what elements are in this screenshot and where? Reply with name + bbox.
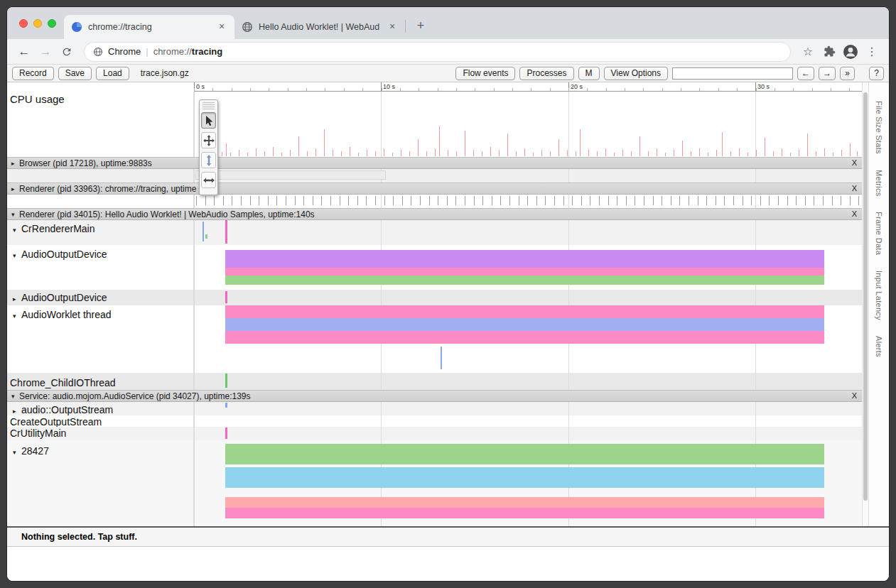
audio-service-slice[interactable] (225, 444, 824, 464)
trace-slice[interactable] (203, 222, 204, 241)
new-tab-button[interactable]: + (411, 17, 430, 36)
side-tab-file-size-stats[interactable]: File Size Stats (875, 101, 883, 154)
browser-activity-bar[interactable] (195, 170, 386, 180)
menu-button[interactable]: ⋮ (862, 42, 882, 62)
process-header-audio-service[interactable]: ▾ Service: audio.mojom.AudioService (pid… (7, 390, 862, 402)
profile-button[interactable] (841, 42, 860, 62)
minimize-window-button[interactable] (33, 19, 42, 28)
trace-slice[interactable] (205, 234, 207, 239)
process-name: Service: audio.mojom.AudioService (pid 3… (19, 391, 862, 401)
back-button[interactable]: ← (14, 42, 34, 62)
audio-service-slice[interactable] (225, 467, 824, 488)
process-header-browser[interactable]: ▸ Browser (pid 17218), uptime:9883s X (7, 157, 862, 169)
close-tab-icon[interactable]: × (387, 21, 398, 33)
thread-name: 28427 (21, 445, 49, 457)
trace-slice[interactable] (225, 291, 227, 303)
side-tab-input-latency[interactable]: Input Latency (875, 271, 883, 320)
load-button[interactable]: Load (96, 67, 129, 80)
trace-slice[interactable] (441, 347, 442, 369)
thread-name: AudioOutputDevice (21, 249, 107, 260)
audioworklet-slice[interactable] (225, 331, 824, 344)
thread-label-audio-outputstream[interactable]: ▸audio::OutputStream (7, 402, 194, 415)
scrollbar-thumb[interactable] (863, 92, 868, 501)
globe-favicon (242, 21, 253, 33)
tracing-favicon (71, 21, 82, 33)
collapse-arrow-icon[interactable]: ▾ (13, 227, 21, 234)
trace-slice[interactable] (225, 403, 227, 408)
collapse-arrow-icon[interactable]: ▾ (11, 211, 19, 218)
forward-button[interactable]: → (36, 42, 55, 62)
side-tab-alerts[interactable]: Alerts (875, 336, 883, 357)
process-header-renderer-33963[interactable]: ▸ Renderer (pid 33963): chrome://tracing… (7, 183, 862, 195)
traffic-lights (19, 19, 56, 28)
trace-slice[interactable] (225, 374, 227, 388)
thread-name: Chrome_ChildIOThread (10, 377, 116, 388)
extensions-button[interactable] (819, 42, 839, 62)
zoom-tool-button[interactable] (201, 152, 216, 168)
save-button[interactable]: Save (58, 67, 92, 80)
zoom-window-button[interactable] (48, 19, 56, 28)
track-createoutputstream: CreateOutputStream (7, 415, 862, 427)
process-header-renderer-34015[interactable]: ▾ Renderer (pid 34015): Hello Audio Work… (7, 208, 862, 220)
globe-icon (93, 47, 103, 57)
flow-events-button[interactable]: Flow events (455, 67, 515, 80)
reload-button[interactable] (57, 42, 77, 62)
bookmark-star-icon[interactable]: ☆ (798, 42, 818, 62)
side-tab-frame-data[interactable]: Frame Data (875, 212, 883, 255)
expand-arrow-icon[interactable]: ▸ (11, 160, 19, 167)
processes-button[interactable]: Processes (519, 67, 573, 80)
thread-name: audio::OutputStream (21, 404, 113, 415)
metrics-button[interactable]: M (578, 67, 600, 80)
close-track-button[interactable]: X (852, 184, 857, 192)
side-tab-metrics[interactable]: Metrics (875, 170, 883, 197)
help-button[interactable]: ? (869, 67, 884, 80)
main-area: CPU usage ▾CrRendererMain ▾AudioOutputDe… (7, 82, 889, 526)
audio-service-slice[interactable] (225, 508, 824, 518)
collapse-arrow-icon[interactable]: ▾ (13, 449, 21, 456)
track-crutilitymain: CrUtilityMain (7, 427, 862, 440)
timing-tool-button[interactable] (201, 172, 216, 188)
track-browser (7, 169, 862, 183)
record-button[interactable]: Record (12, 67, 54, 80)
thread-name: CrUtilityMain (10, 428, 66, 439)
tab-audio-worklet[interactable]: Hello Audio Worklet! | WebAud × (234, 15, 405, 39)
audioworklet-slice[interactable] (225, 305, 824, 318)
view-options-button[interactable]: View Options (604, 67, 668, 80)
analysis-panel: Nothing selected. Tap stuff. (7, 528, 889, 547)
expand-arrow-icon[interactable]: ▸ (13, 295, 21, 303)
find-next-button[interactable]: → (819, 67, 836, 80)
pan-tool-button[interactable] (201, 132, 216, 148)
thread-label-crrenderermain[interactable]: ▾CrRendererMain (7, 220, 194, 245)
trace-slice[interactable] (225, 428, 227, 439)
thread-label-28427[interactable]: ▾28427 (7, 440, 194, 526)
find-previous-button[interactable]: ← (797, 67, 814, 80)
cursor-icon (203, 115, 215, 126)
find-more-button[interactable]: » (840, 67, 855, 80)
palette-drag-handle[interactable] (203, 102, 215, 109)
close-window-button[interactable] (19, 19, 28, 28)
collapse-arrow-icon[interactable]: ▾ (11, 393, 19, 400)
collapse-arrow-icon[interactable]: ▾ (13, 252, 21, 259)
thread-label-audiooutputdevice-2[interactable]: ▸AudioOutputDevice (7, 290, 194, 305)
trace-slice[interactable] (225, 220, 227, 244)
close-tab-icon[interactable]: × (216, 21, 227, 33)
select-tool-button[interactable] (201, 112, 216, 129)
close-track-button[interactable]: X (852, 158, 857, 167)
audio-output-device-slice[interactable] (225, 250, 824, 268)
timeline-ruler[interactable] (7, 82, 862, 92)
audio-output-device-slice[interactable] (225, 268, 824, 276)
collapse-arrow-icon[interactable]: ▾ (13, 312, 21, 320)
audio-output-device-slice[interactable] (225, 276, 824, 285)
expand-arrow-icon[interactable]: ▸ (13, 408, 21, 415)
close-track-button[interactable]: X (852, 391, 857, 400)
search-input[interactable] (672, 67, 793, 80)
tab-tracing[interactable]: chrome://tracing × (64, 15, 234, 39)
url-bar[interactable]: Chrome | chrome://tracing (84, 42, 791, 62)
vertical-scrollbar[interactable] (862, 82, 869, 526)
audio-service-slice[interactable] (225, 497, 824, 508)
thread-label-audioworklet[interactable]: ▾AudioWorklet thread (7, 305, 194, 373)
audioworklet-slice[interactable] (225, 318, 824, 331)
thread-label-audiooutputdevice-1[interactable]: ▾AudioOutputDevice (7, 245, 194, 290)
close-track-button[interactable]: X (852, 209, 857, 218)
expand-arrow-icon[interactable]: ▸ (11, 185, 19, 192)
